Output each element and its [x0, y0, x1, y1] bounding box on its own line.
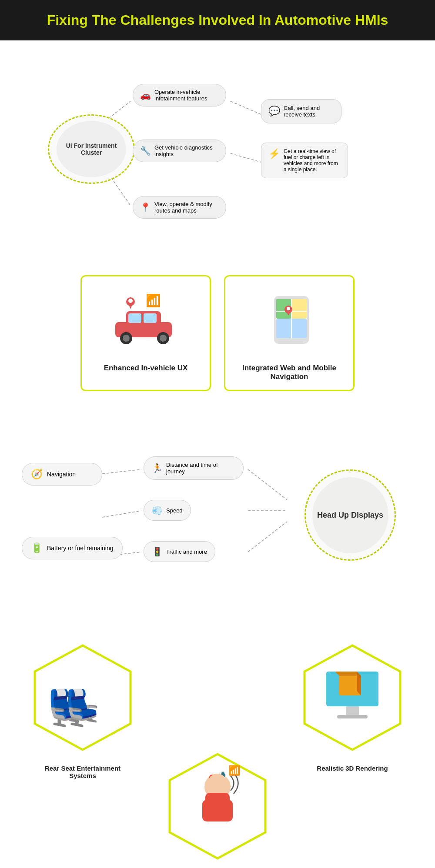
pill-navigation-text: Navigation: [47, 471, 76, 478]
svg-rect-8: [128, 313, 141, 323]
svg-line-33: [248, 522, 287, 552]
center-circle: UI For Instrument Cluster: [48, 114, 135, 184]
svg-text:📶: 📶: [146, 293, 161, 308]
map-svg: [254, 289, 324, 346]
svg-line-4: [231, 153, 261, 162]
hud-circle-label: Head Up Displays: [312, 477, 388, 553]
svg-rect-9: [144, 313, 157, 323]
svg-rect-40: [337, 715, 368, 718]
pill-battery: 🔋 Battery or fuel remaining: [22, 537, 123, 559]
svg-point-11: [123, 335, 130, 342]
card-invehicle-icon: 📶: [107, 289, 185, 355]
hud-section: 🧭 Navigation 🔋 Battery or fuel remaining…: [0, 413, 435, 613]
instrument-cluster-section: UI For Instrument Cluster 🚗 Operate in-v…: [0, 40, 435, 266]
svg-point-27: [287, 307, 290, 310]
box-call: 💬 Call, send and receive texts: [261, 99, 341, 123]
page-header: Fixing The Challenges Involved In Automo…: [0, 0, 435, 40]
card-navigation: Integrated Web and Mobile Navigation: [224, 275, 355, 391]
pill-traffic: 🚦 Traffic and more: [144, 541, 215, 562]
hud-circle: Head Up Displays: [304, 469, 396, 561]
svg-point-16: [128, 299, 133, 303]
hex-rear-svg: 💺 💺: [30, 643, 135, 761]
pill-diagnostics: 🔧 Get vehicle diagnostics insights: [133, 140, 226, 162]
hex-3d: Realistic 3D Rendering: [300, 643, 405, 772]
card-navigation-label: Integrated Web and Mobile Navigation: [234, 364, 345, 381]
pill-routes: 📍 View, operate & modify routes and maps: [133, 196, 226, 219]
hex-rear-label: Rear Seat Entertainment Systems: [39, 765, 126, 779]
pill-infotainment-text: Operate in-vehicle infotainment features: [154, 89, 219, 102]
pill-infotainment: 🚗 Operate in-vehicle infotainment featur…: [133, 84, 226, 106]
svg-point-48: [208, 774, 227, 793]
hex-voice-svg: 📢 📶: [165, 752, 270, 868]
svg-rect-49: [205, 793, 230, 817]
pill-speed-text: Speed: [166, 507, 183, 514]
hex-layout: 💺 💺 Rear Seat Entertainment Systems: [22, 630, 413, 868]
svg-line-3: [231, 101, 261, 114]
ic-diagram: UI For Instrument Cluster 🚗 Operate in-v…: [17, 62, 418, 245]
feature-cards-section: 📶 Enhanced In-vehicle UX: [0, 266, 435, 413]
box-fuel: ⚡ Get a real-time view of fuel or charge…: [261, 143, 348, 178]
box-fuel-text: Get a real-time view of fuel or charge l…: [284, 148, 341, 173]
pill-distance: 🏃 Distance and time of journey: [144, 456, 244, 480]
card-navigation-icon: [254, 289, 324, 355]
box-call-text: Call, send and receive texts: [284, 105, 334, 118]
card-invehicle: 📶 Enhanced In-vehicle UX: [80, 275, 211, 391]
svg-point-13: [160, 335, 167, 342]
car-wifi-svg: 📶: [107, 289, 185, 346]
hex-3d-svg: [300, 643, 405, 761]
svg-rect-21: [291, 299, 307, 319]
svg-line-31: [248, 469, 287, 500]
pill-navigation: 🧭 Navigation: [22, 463, 102, 486]
center-circle-label: UI For Instrument Cluster: [57, 121, 126, 177]
hex-3d-label: Realistic 3D Rendering: [309, 765, 396, 772]
hud-diagram: 🧭 Navigation 🔋 Battery or fuel remaining…: [17, 430, 418, 595]
pill-speed: 💨 Speed: [144, 500, 191, 521]
svg-marker-15: [128, 303, 133, 309]
hex-rear-seat: 💺 💺 Rear Seat Entertainment Systems: [30, 643, 135, 779]
svg-text:📶: 📶: [228, 765, 241, 776]
pill-distance-text: Distance and time of journey: [166, 462, 235, 475]
pill-routes-text: View, operate & modify routes and maps: [154, 201, 219, 214]
pill-diagnostics-text: Get vehicle diagnostics insights: [154, 144, 219, 157]
svg-line-28: [102, 469, 141, 474]
svg-rect-39: [346, 706, 359, 715]
pill-traffic-text: Traffic and more: [166, 549, 207, 555]
svg-line-29: [102, 511, 141, 517]
page-title: Fixing The Challenges Involved In Automo…: [17, 12, 418, 28]
svg-text:💺: 💺: [61, 687, 104, 728]
hexagons-section: 💺 💺 Rear Seat Entertainment Systems: [0, 613, 435, 868]
pill-battery-text: Battery or fuel remaining: [47, 545, 114, 552]
card-invehicle-label: Enhanced In-vehicle UX: [104, 364, 188, 372]
hex-voice: 📢 📶 Voice Recognition And Guidance: [165, 752, 270, 868]
